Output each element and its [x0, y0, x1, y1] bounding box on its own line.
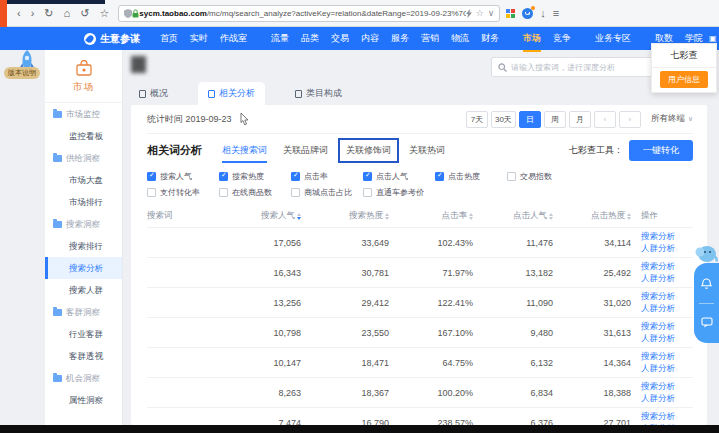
chat-icon[interactable]	[701, 317, 713, 328]
checkbox-unchecked-icon[interactable]	[363, 188, 372, 197]
browser-menu-icon[interactable]: ≡	[553, 7, 559, 19]
subtab-related-search-words[interactable]: 相关搜索词	[222, 138, 267, 163]
checkbox-checked-icon[interactable]	[435, 172, 444, 181]
next-period-button[interactable]: ›	[619, 111, 641, 128]
period-30d-button[interactable]: 30天	[491, 111, 516, 128]
crowd-analysis-link[interactable]: 人群分析	[641, 243, 693, 254]
sidebar-section-supply-insight[interactable]: 供给洞察	[45, 147, 122, 169]
period-day-button[interactable]: 日	[519, 111, 541, 128]
sort-icon[interactable]	[627, 213, 631, 220]
nav-item-warroom[interactable]: 作战室	[220, 32, 247, 45]
col-header-click-popularity[interactable]: 点击人气	[483, 210, 563, 222]
tab-overview[interactable]: 概况	[139, 87, 168, 105]
crowd-analysis-link[interactable]: 人群分析	[641, 303, 693, 314]
one-click-convert-button[interactable]: 一键转化	[629, 140, 693, 161]
nav-item-category[interactable]: 品类	[301, 32, 319, 45]
forward-icon[interactable]: ›	[31, 8, 35, 19]
elephant-mascot-icon[interactable]	[693, 243, 719, 263]
plugin-icon[interactable]	[522, 8, 533, 19]
search-analysis-link[interactable]: 搜索分析	[641, 381, 693, 392]
search-analysis-link[interactable]: 搜索分析	[641, 321, 693, 332]
crowd-analysis-link[interactable]: 人群分析	[641, 393, 693, 404]
sidebar-item-attribute-insight[interactable]: 属性洞察	[45, 389, 122, 411]
search-input[interactable]	[511, 63, 656, 72]
search-analysis-link[interactable]: 搜索分析	[641, 231, 693, 242]
checkbox-checked-icon[interactable]	[147, 172, 156, 181]
user-info-button[interactable]: 用户信息	[660, 71, 708, 88]
col-header-click-rate[interactable]: 点击率	[399, 210, 483, 222]
nav-item-home[interactable]: 首页	[160, 32, 178, 45]
metric-click-rate[interactable]: 点击率	[291, 171, 363, 182]
prev-period-button[interactable]: ‹	[594, 111, 616, 128]
sidebar-item-search-crowd[interactable]: 搜索人群	[45, 279, 122, 301]
nav-item-traffic[interactable]: 流量	[271, 32, 289, 45]
sidebar-item-market-ranking[interactable]: 市场排行	[45, 191, 122, 213]
metric-mall-click-share[interactable]: 商城点击占比	[291, 187, 363, 198]
subtab-related-modifier-words[interactable]: 关联修饰词	[338, 138, 399, 163]
period-week-button[interactable]: 周	[544, 111, 566, 128]
subtab-related-hot-words[interactable]: 关联热词	[409, 138, 445, 163]
metric-pay-conversion[interactable]: 支付转化率	[147, 187, 219, 198]
metric-search-heat[interactable]: 搜索热度	[219, 171, 291, 182]
sidebar-section-opportunity-insight[interactable]: 机会洞察	[45, 367, 122, 389]
checkbox-checked-icon[interactable]	[363, 172, 372, 181]
reload-icon[interactable]: ↻	[44, 8, 53, 19]
bookmark-star-icon[interactable]: ☆	[99, 8, 109, 19]
sort-icon[interactable]	[385, 213, 389, 220]
nav-item-competition[interactable]: 竞争	[553, 32, 571, 45]
sidebar-item-industry-crowd[interactable]: 行业客群	[45, 323, 122, 345]
nav-item-business-zone[interactable]: 业务专区	[595, 32, 631, 45]
metric-trade-index[interactable]: 交易指数	[507, 171, 579, 182]
metric-ztc-reference-price[interactable]: 直通车参考价	[363, 187, 435, 198]
sidebar-item-monitor-board[interactable]: 监控看板	[45, 125, 122, 147]
checkbox-unchecked-icon[interactable]	[219, 188, 228, 197]
col-header-search-heat[interactable]: 搜索热度	[311, 210, 399, 222]
subtab-related-brand-words[interactable]: 关联品牌词	[283, 138, 328, 163]
keyword-search-box[interactable]	[491, 57, 663, 77]
sort-icon[interactable]	[549, 213, 553, 220]
checkbox-unchecked-icon[interactable]	[507, 172, 516, 181]
tab-category-composition[interactable]: 类目构成	[295, 87, 342, 105]
nav-item-service[interactable]: 服务	[391, 32, 409, 45]
search-analysis-link[interactable]: 搜索分析	[641, 291, 693, 302]
crowd-analysis-link[interactable]: 人群分析	[641, 363, 693, 374]
sidebar-section-market-monitor[interactable]: 市场监控	[45, 103, 122, 125]
col-header-search-popularity[interactable]: 搜索人气	[227, 210, 311, 222]
favorite-star-icon[interactable]: ☆	[476, 8, 484, 18]
metric-click-heat[interactable]: 点击热度	[435, 171, 507, 182]
checkbox-unchecked-icon[interactable]	[147, 188, 156, 197]
checkbox-checked-icon[interactable]	[219, 172, 228, 181]
sidebar-item-market-overview[interactable]: 市场大盘	[45, 169, 122, 191]
col-header-click-heat[interactable]: 点击热度	[563, 210, 641, 222]
checkbox-unchecked-icon[interactable]	[291, 188, 300, 197]
nav-item-content[interactable]: 内容	[361, 32, 379, 45]
bell-icon[interactable]	[701, 278, 712, 290]
sidebar-section-search-insight[interactable]: 搜索洞察	[45, 213, 122, 235]
nav-item-trade[interactable]: 交易	[331, 32, 349, 45]
nav-item-realtime[interactable]: 实时	[190, 32, 208, 45]
version-badge[interactable]: 版本说明	[4, 67, 40, 79]
back-icon[interactable]: ‹	[17, 8, 21, 19]
address-bar[interactable]: sycm.taobao.com/mc/mq/search_analyze?act…	[118, 5, 500, 22]
search-analysis-link[interactable]: 搜索分析	[641, 261, 693, 272]
addrbar-chevron-icon[interactable]: ∨	[488, 8, 495, 18]
lightning-icon[interactable]	[466, 9, 472, 18]
download-icon[interactable]: ↓	[540, 7, 546, 19]
sidebar-item-crowd-perspective[interactable]: 客群透视	[45, 345, 122, 367]
nav-item-marketing[interactable]: 营销	[421, 32, 439, 45]
sidebar-item-search-ranking[interactable]: 搜索排行	[45, 235, 122, 257]
metric-click-popularity[interactable]: 点击人气	[363, 171, 435, 182]
nav-item-logistics[interactable]: 物流	[451, 32, 469, 45]
period-7d-button[interactable]: 7天	[466, 111, 488, 128]
nav-item-market[interactable]: 市场	[523, 32, 541, 45]
extensions-grid-icon[interactable]	[506, 9, 515, 18]
sidebar-item-search-analysis[interactable]: 搜索分析	[45, 257, 122, 279]
sidebar-section-crowd-insight[interactable]: 客群洞察	[45, 301, 122, 323]
brand[interactable]: 生意参谋	[84, 32, 140, 46]
search-analysis-link[interactable]: 搜索分析	[641, 351, 693, 362]
tab-relation-analysis[interactable]: 相关分析	[198, 82, 265, 105]
terminal-dropdown[interactable]: 所有终端∨	[651, 113, 693, 125]
nav-item-finance[interactable]: 财务	[481, 32, 499, 45]
crowd-analysis-link[interactable]: 人群分析	[641, 273, 693, 284]
history-icon[interactable]: ↺	[80, 8, 89, 19]
